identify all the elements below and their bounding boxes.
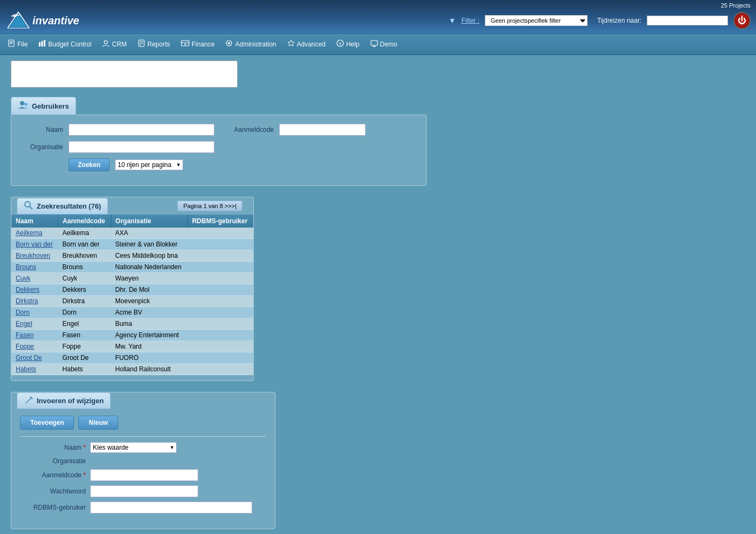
table-row: DornDornAcme BV [11,307,253,318]
svg-point-12 [104,41,107,44]
naam-input[interactable] [69,124,214,136]
aanmeldcode-cell: Engel [58,318,111,330]
kies-waarde-select[interactable]: Kies waarde [90,442,177,453]
naam-link[interactable]: Habets [16,365,36,373]
edit-organisatie-row: Organisatie [11,457,275,465]
naam-label: Naam [20,126,63,134]
nav-budget[interactable]: Budget Control [33,36,97,52]
aanmeldcode-label: Aanmeldcode [220,126,274,134]
naam-link[interactable]: Aeilkema [16,229,42,237]
aanmeldcode-cell: Cuyk [58,273,111,284]
col-rdbms: RDBMS-gebruiker [187,215,253,228]
nav-file[interactable]: File [2,36,33,52]
nav-crm[interactable]: CRM [97,36,132,52]
filter-link[interactable]: Filter : [461,17,479,24]
rows-select-wrapper: 10 rijen per pagina25 rijen per pagina50… [115,159,183,170]
nav-crm-label: CRM [112,41,126,48]
edit-aanmeldcode-input[interactable] [90,469,198,481]
aanmeldcode-cell: Dorn [58,307,111,318]
organisatie-cell: AXA [111,228,187,239]
users-tab-icon [18,99,29,112]
table-row: AeilkemaAeilkemaAXA [11,228,253,239]
header-top-bar: 25 Projects [0,0,756,9]
results-tab-icon [24,201,33,212]
rdbms-cell [187,250,253,262]
naam-link[interactable]: Fasen [16,331,33,339]
top-input-area [11,61,238,88]
demo-icon [370,39,378,49]
pagination-area: Pagina 1 van 8 >>>| [172,197,248,215]
power-button[interactable]: ⏻ [733,12,751,29]
results-tab: Zoekresultaten (76) [17,198,108,215]
edit-aanmeldcode-label: Aanmeldcode [20,471,90,479]
rdbms-cell [187,296,253,307]
help-icon: ? [336,39,344,49]
rdbms-cell [187,307,253,318]
organisatie-cell: Cees Middelkoop bna [111,250,187,262]
edit-wachtwoord-input[interactable] [90,485,198,497]
nav-finance[interactable]: Finance [176,36,220,52]
filter-icon: ▼ [449,16,456,25]
organisatie-input[interactable] [69,141,214,153]
rdbms-cell [187,284,253,296]
edit-wachtwoord-label: Wachtwoord [20,488,90,495]
table-row: BrounsBrounsNationale Nederlanden [11,262,253,273]
organisatie-cell: Acme BV [111,307,187,318]
results-tbody: AeilkemaAeilkemaAXABorn van derBorn van … [11,228,253,375]
logo-icon [5,11,31,30]
aanmeldcode-input[interactable] [279,124,366,136]
edit-rdbms-input[interactable] [90,502,252,513]
table-row: DekkersDekkersDhr. De Mol [11,284,253,296]
aanmeldcode-cell: Breukhoven [58,250,111,262]
rows-per-page-select[interactable]: 10 rijen per pagina25 rijen per pagina50… [115,159,183,170]
filter-select[interactable]: Geen projectspecifiek filter [485,15,588,26]
edit-organisatie-label: Organisatie [20,457,90,465]
naam-link[interactable]: Groot De [16,354,42,362]
filter-select-wrapper: Geen projectspecifiek filter [485,15,588,26]
toevoegen-button[interactable]: Toevoegen [20,416,74,430]
naam-link[interactable]: Engel [16,320,32,328]
users-tab-label: Gebruikers [32,102,69,110]
nav-help[interactable]: ? Help [331,36,365,52]
header-bottom-bar: invantive ▼ Filter : Geen projectspecifi… [0,9,756,34]
nieuw-button[interactable]: Nieuw [78,416,118,430]
svg-text:?: ? [339,42,341,46]
svg-point-21 [228,42,230,44]
zoeken-row: Zoeken 10 rijen per pagina25 rijen per p… [20,158,417,171]
aanmeldcode-cell: Groot De [58,352,111,364]
organisatie-cell: FUORO [111,352,187,364]
organisatie-row: Organisatie [20,141,417,153]
nav-advanced[interactable]: Advanced [282,36,331,52]
rdbms-cell [187,239,253,250]
edit-naam-row: Naam Kies waarde [11,442,275,453]
col-naam: Naam [11,215,58,228]
table-row: HabetsHabetsHolland Railconsult [11,364,253,375]
results-section: Zoekresultaten (76) Pagina 1 van 8 >>>| … [11,197,254,381]
zoeken-button[interactable]: Zoeken [69,158,110,171]
advanced-icon [287,39,295,49]
naam-link[interactable]: Born van der [16,241,53,248]
naam-link[interactable]: Dekkers [16,286,39,293]
naam-link[interactable]: Foppe [16,343,34,350]
reports-icon [138,39,145,49]
main-content: Gebruikers Naam Aanmeldcode Organisatie … [0,55,756,534]
table-row: FasenFasenAgency Entertainment [11,330,253,341]
naam-link[interactable]: Dirkstra [16,297,38,305]
nav-reports[interactable]: Reports [132,36,176,52]
tijdreizen-label: Tijdreizen naar: [597,17,642,24]
organisatie-cell: Holland Railconsult [111,364,187,375]
projects-count: 25 Projects [721,2,751,9]
pagination-button[interactable]: Pagina 1 van 8 >>>| [177,201,242,211]
nav-administration[interactable]: Administration [220,36,281,52]
nav-demo[interactable]: Demo [365,36,403,52]
naam-link[interactable]: Brouns [16,263,36,271]
tijdreizen-input[interactable] [647,16,728,25]
organisatie-cell: Mw. Yard [111,341,187,352]
naam-link[interactable]: Cuyk [16,275,30,282]
edit-section: Invoeren of wijzigen Toevoegen Nieuw Naa… [11,392,275,529]
aanmeldcode-cell: Fasen [58,330,111,341]
naam-link[interactable]: Dorn [16,309,30,316]
rdbms-cell [187,318,253,330]
users-tab: Gebruikers [11,97,76,115]
naam-link[interactable]: Breukhoven [16,252,50,259]
